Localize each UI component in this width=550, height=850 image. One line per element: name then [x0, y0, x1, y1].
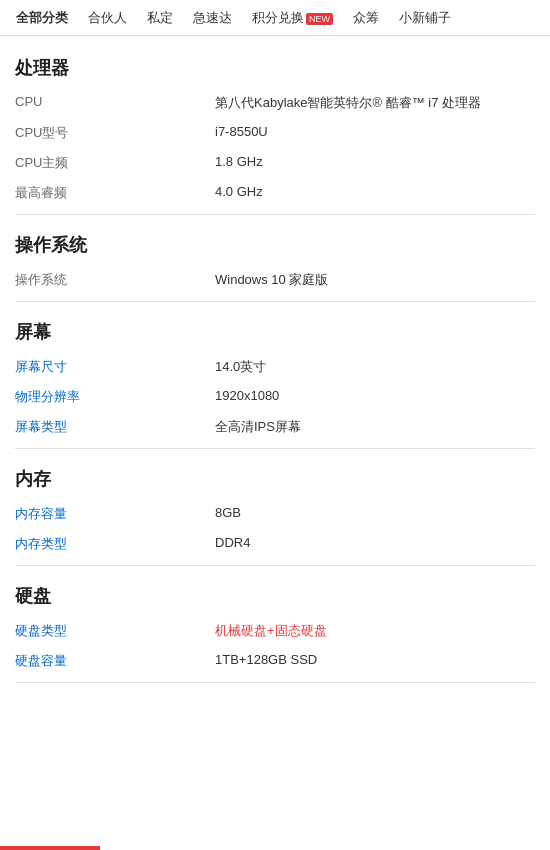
spec-value: Windows 10 家庭版	[215, 271, 535, 289]
spec-value: 4.0 GHz	[215, 184, 535, 199]
nav-item-4[interactable]: 积分兑换NEW	[242, 0, 343, 36]
spec-label: 操作系统	[15, 271, 215, 289]
section-memory: 内存内存容量8GB内存类型DDR4	[15, 457, 535, 566]
spec-value: 1.8 GHz	[215, 154, 535, 169]
spec-value: i7-8550U	[215, 124, 535, 139]
spec-row: 最高睿频4.0 GHz	[15, 178, 535, 208]
section-title-cpu: 处理器	[15, 46, 535, 88]
spec-row: CPU型号i7-8550U	[15, 118, 535, 148]
spec-label[interactable]: 屏幕类型	[15, 418, 215, 436]
spec-label: CPU型号	[15, 124, 215, 142]
nav-item-6[interactable]: 小新铺子	[389, 0, 461, 36]
nav-item-5[interactable]: 众筹	[343, 0, 389, 36]
section-divider	[15, 448, 535, 449]
nav-item-3[interactable]: 急速达	[183, 0, 242, 36]
nav-bar: 全部分类合伙人私定急速达积分兑换NEW众筹小新铺子	[0, 0, 550, 36]
main-content: 处理器CPU第八代Kabylake智能英特尔® 酷睿™ i7 处理器CPU型号i…	[0, 36, 550, 701]
spec-label[interactable]: 内存类型	[15, 535, 215, 553]
spec-value: 全高清IPS屏幕	[215, 418, 535, 436]
spec-row: 硬盘容量1TB+128GB SSD	[15, 646, 535, 676]
spec-label: CPU主频	[15, 154, 215, 172]
section-storage: 硬盘硬盘类型机械硬盘+固态硬盘硬盘容量1TB+128GB SSD	[15, 574, 535, 683]
spec-row: 操作系统Windows 10 家庭版	[15, 265, 535, 295]
section-os: 操作系统操作系统Windows 10 家庭版	[15, 223, 535, 302]
spec-label[interactable]: 物理分辨率	[15, 388, 215, 406]
spec-row: 内存容量8GB	[15, 499, 535, 529]
spec-value: 第八代Kabylake智能英特尔® 酷睿™ i7 处理器	[215, 94, 535, 112]
section-title-storage: 硬盘	[15, 574, 535, 616]
section-divider	[15, 565, 535, 566]
nav-item-0[interactable]: 全部分类	[6, 0, 78, 36]
section-divider	[15, 682, 535, 683]
section-divider	[15, 301, 535, 302]
spec-label[interactable]: 硬盘容量	[15, 652, 215, 670]
spec-value: 8GB	[215, 505, 535, 520]
spec-value: 1TB+128GB SSD	[215, 652, 535, 667]
new-badge: NEW	[306, 13, 333, 25]
spec-label: CPU	[15, 94, 215, 109]
spec-row: 内存类型DDR4	[15, 529, 535, 559]
section-screen: 屏幕屏幕尺寸14.0英寸物理分辨率1920x1080屏幕类型全高清IPS屏幕	[15, 310, 535, 449]
section-title-memory: 内存	[15, 457, 535, 499]
spec-row: 屏幕尺寸14.0英寸	[15, 352, 535, 382]
spec-label[interactable]: 屏幕尺寸	[15, 358, 215, 376]
spec-row: CPU主频1.8 GHz	[15, 148, 535, 178]
spec-value: DDR4	[215, 535, 535, 550]
spec-row: 硬盘类型机械硬盘+固态硬盘	[15, 616, 535, 646]
nav-item-2[interactable]: 私定	[137, 0, 183, 36]
spec-label[interactable]: 内存容量	[15, 505, 215, 523]
spec-label: 最高睿频	[15, 184, 215, 202]
section-title-screen: 屏幕	[15, 310, 535, 352]
spec-value: 1920x1080	[215, 388, 535, 403]
section-title-os: 操作系统	[15, 223, 535, 265]
nav-item-1[interactable]: 合伙人	[78, 0, 137, 36]
bottom-bar	[0, 846, 100, 850]
spec-label[interactable]: 硬盘类型	[15, 622, 215, 640]
section-divider	[15, 214, 535, 215]
spec-value: 机械硬盘+固态硬盘	[215, 622, 535, 640]
spec-row: 物理分辨率1920x1080	[15, 382, 535, 412]
spec-row: 屏幕类型全高清IPS屏幕	[15, 412, 535, 442]
spec-value: 14.0英寸	[215, 358, 535, 376]
spec-row: CPU第八代Kabylake智能英特尔® 酷睿™ i7 处理器	[15, 88, 535, 118]
section-cpu: 处理器CPU第八代Kabylake智能英特尔® 酷睿™ i7 处理器CPU型号i…	[15, 46, 535, 215]
